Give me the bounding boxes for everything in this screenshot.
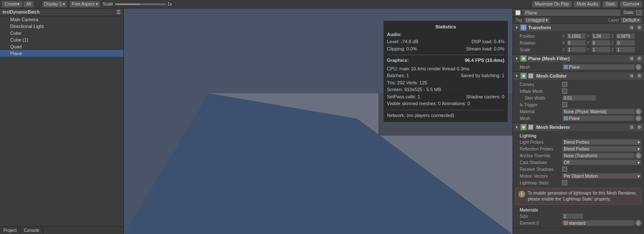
position-y-item: Y (587, 33, 610, 39)
mesh-collider-header[interactable]: ▼ ▦ Mesh Collider ⧉ ⚙ (513, 72, 644, 80)
mesh-filter-component: ▼ ▦ Plane (Mesh Filter) ⧉ ⚙ Mesh Plane (513, 55, 644, 72)
hierarchy-menu-icon[interactable]: ☰ (116, 9, 121, 15)
fps-label: 96.4 FPS (10.4ms) (465, 57, 504, 65)
scale-z-input[interactable] (616, 47, 635, 53)
inflate-value (562, 89, 641, 94)
mesh-collider-enabled[interactable] (528, 73, 533, 78)
skin-width-row: Skin Width (513, 95, 644, 101)
scale-slider[interactable] (115, 3, 166, 5)
is-trigger-row: Is Trigger (513, 101, 644, 108)
receive-shadows-checkbox[interactable] (562, 167, 567, 172)
receive-shadows-row: Receive Shadows (513, 166, 644, 173)
scene-view[interactable]: Statistics Audio: Level: -74.8 dB DSP lo… (124, 8, 512, 234)
maximize-button[interactable]: Maximize On Play (532, 1, 572, 8)
size-input[interactable] (562, 213, 583, 219)
collapse-icon: ▼ (515, 25, 519, 30)
create-button[interactable]: Create ▾ (2, 1, 22, 8)
cast-shadows-dropdown[interactable]: Off ▾ (562, 159, 641, 165)
rotation-row: Rotation X Y Z (513, 39, 644, 46)
console-tab[interactable]: Console (20, 227, 43, 234)
rotation-z-input[interactable] (616, 40, 635, 46)
collider-mesh-select-btn[interactable]: ◎ (636, 115, 641, 121)
light-probes-dropdown[interactable]: Blend Probes ▾ (562, 139, 641, 145)
tris-row: Tris: 202 Verts: 125 (387, 79, 504, 86)
rotation-y-item: Y (587, 40, 610, 46)
project-tab[interactable]: Project (0, 227, 20, 234)
position-x-input[interactable] (567, 33, 586, 39)
position-y-input[interactable] (591, 33, 610, 39)
mesh-filter-title: Plane (Mesh Filter) (528, 56, 627, 61)
transform-body: Position X Y Z (513, 31, 644, 54)
mesh-select-btn[interactable]: ◎ (636, 64, 641, 70)
anchor-select-btn[interactable]: ◎ (636, 153, 641, 159)
mesh-label: Mesh (520, 65, 562, 70)
inflate-label: Inflate Mesh (520, 89, 562, 94)
size-row: Size (513, 213, 644, 220)
info-box: i To enable generation of lightmaps for … (515, 188, 641, 205)
hierarchy-item[interactable]: Directional Light (0, 23, 123, 30)
mesh-filter-body: Mesh Plane ◎ (513, 62, 644, 72)
gizmos-button[interactable]: Gizmos ▾ (620, 1, 642, 8)
mesh-renderer-enabled[interactable] (528, 125, 533, 130)
position-x-item: X (562, 33, 586, 39)
info-icon: i (518, 191, 525, 198)
mesh-obj-ref: Plane (562, 64, 635, 70)
tag-dropdown[interactable]: Untagged ▾ (524, 17, 549, 23)
aspect-dropdown[interactable]: Free Aspect ▾ (70, 1, 100, 8)
scale-value: X Y Z (562, 47, 641, 53)
settings-icon[interactable]: ⚙ (636, 25, 642, 31)
info-text: To enable generation of lightmaps for th… (528, 190, 638, 202)
network-row: Network: (no players connected) (387, 112, 504, 119)
rotation-y-input[interactable] (591, 40, 610, 46)
copy-icon[interactable]: ⧉ (629, 124, 635, 130)
position-row: Position X Y Z (513, 33, 644, 39)
position-z-input[interactable] (616, 33, 635, 39)
all-button[interactable]: All (23, 1, 34, 8)
mesh-renderer-header[interactable]: ▼ ▦ Mesh Renderer ⧉ ⚙ (513, 123, 644, 131)
scale-x-input[interactable] (567, 47, 586, 53)
hierarchy-item[interactable]: Quad (0, 43, 123, 50)
skin-width-input[interactable] (562, 95, 596, 101)
screen-row: Screen: 910x525 - 5.5 MB (387, 86, 504, 93)
settings-icon[interactable]: ⚙ (636, 124, 642, 130)
graphics-label: Graphics: (387, 57, 409, 64)
copy-icon[interactable]: ⧉ (629, 25, 635, 31)
copy-icon[interactable]: ⧉ (629, 56, 635, 61)
position-label: Position (520, 34, 562, 39)
hierarchy-item[interactable]: Cube (0, 30, 123, 36)
rotation-x-input[interactable] (567, 40, 586, 46)
element-0-select-btn[interactable]: ◎ (636, 220, 641, 226)
hierarchy-item-selected[interactable]: Plane (0, 50, 123, 57)
static-checkbox[interactable] (636, 10, 641, 15)
layer-dropdown[interactable]: Default ▾ (621, 17, 641, 23)
batches-row: Batches: 1 Saved by batching: 1 (387, 72, 504, 79)
reflection-probes-dropdown[interactable]: Blend Probes ▾ (562, 146, 641, 152)
mesh-collider-component: ▼ ▦ Mesh Collider ⧉ ⚙ Convex (513, 72, 644, 123)
material-value: None (Physic Material) ◎ (562, 109, 641, 114)
copy-icon[interactable]: ⧉ (629, 73, 635, 79)
mesh-filter-header[interactable]: ▼ ▦ Plane (Mesh Filter) ⧉ ⚙ (513, 55, 644, 62)
transform-header[interactable]: ▼ T Transform ⧉ ⚙ (513, 24, 644, 31)
is-trigger-checkbox[interactable] (562, 102, 567, 107)
skin-width-label: Skin Width (520, 96, 562, 100)
settings-icon[interactable]: ⚙ (636, 73, 642, 79)
settings-icon[interactable]: ⚙ (636, 56, 642, 61)
inflate-checkbox[interactable] (562, 89, 567, 94)
motion-vectors-dropdown[interactable]: Per Object Motion ▾ (562, 173, 641, 179)
stats-button[interactable]: Stats (602, 1, 618, 8)
light-probes-value: Blend Probes ▾ (562, 139, 641, 145)
hierarchy-item[interactable]: Cube (1) (0, 36, 123, 43)
mesh-collider-actions: ⧉ ⚙ (629, 73, 642, 79)
graphics-row-header: Graphics: 96.4 FPS (10.4ms) (387, 57, 504, 65)
convex-checkbox[interactable] (562, 82, 567, 87)
hierarchy-item[interactable]: Main Camera (0, 16, 123, 23)
object-name-input[interactable] (523, 9, 621, 16)
hierarchy-title: testDynamicBatch (3, 10, 39, 14)
mesh-renderer-actions: ⧉ ⚙ (629, 124, 642, 130)
lightmap-static-checkbox[interactable] (562, 180, 567, 185)
scale-y-input[interactable] (591, 47, 610, 53)
material-select-btn[interactable]: ◎ (636, 109, 641, 114)
mute-button[interactable]: Mute Audio (574, 1, 601, 8)
active-checkbox[interactable] (515, 10, 521, 15)
display-dropdown[interactable]: Display 1 ▾ (42, 1, 67, 8)
